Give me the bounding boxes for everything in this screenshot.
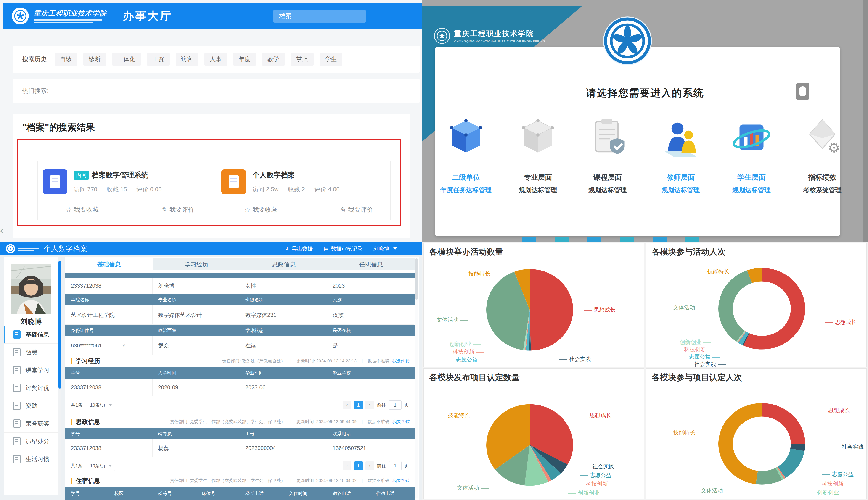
personal-archive-app-icon [221, 169, 246, 194]
people-icon [657, 110, 705, 167]
rate-button[interactable]: ✎我要评价 [340, 205, 373, 214]
doc-icon [13, 455, 21, 463]
chart-label: 志愿公益 [820, 470, 854, 478]
page-size-select[interactable]: 10条/页 [87, 400, 115, 410]
edit-note-icon: ✎ [161, 206, 167, 214]
system-entry-student[interactable]: 学生层面 规划达标管理 [717, 110, 786, 194]
current-page-button[interactable]: 1 [354, 401, 363, 409]
screenshot-root: 重庆工程职业技术学院 办事大厅 档案 搜索历史: 自诊 诊断 一体化 工资 访客… [0, 0, 868, 500]
result-card-archive-system[interactable]: 内网 档案数字管理系统 访问 770 收藏 15 评价 0.00 ☆我要收藏 ✎… [37, 160, 212, 220]
chart-label: 科技创新 [810, 480, 844, 487]
result-title[interactable]: 个人数字档案 [252, 170, 295, 180]
result-title[interactable]: 档案数字管理系统 [92, 170, 148, 180]
chart-label: 文体活动 [673, 304, 707, 311]
history-tag[interactable]: 自诊 [55, 53, 77, 66]
system-entry-course[interactable]: 课程层面 规划达标管理 [573, 110, 642, 194]
chart-label: 文体活动 [701, 487, 734, 494]
sidebar-scroll-thumb[interactable] [58, 261, 61, 389]
prev-page-button[interactable]: ‹ [343, 462, 351, 470]
chart-title: 各模块举办活动数量 [429, 246, 503, 258]
history-tag[interactable]: 一体化 [112, 53, 141, 66]
audit-log-button[interactable]: ▤ 数据审核记录 [324, 245, 362, 252]
archive-tabs: 基础信息 学习经历 思政信息 任职信息 [65, 259, 415, 270]
sidebar-item-class-study[interactable]: 课堂学习 [4, 361, 58, 379]
goto-page-input[interactable]: 1 [389, 400, 402, 410]
history-tag[interactable]: 教学 [262, 53, 285, 66]
result-card-personal-archive[interactable]: 个人数字档案 访问 2.5w 收藏 2 评价 4.00 ☆我要收藏 ✎我要评价 [216, 160, 391, 220]
sidebar-item-payment[interactable]: 缴费 [4, 343, 58, 361]
goto-page-input[interactable]: 1 [389, 461, 402, 470]
school-name-small [18, 246, 39, 251]
favorite-button[interactable]: ☆我要收藏 [65, 205, 99, 214]
page-size-select[interactable]: 10条/页 [87, 461, 115, 471]
tab-position-info[interactable]: 任职信息 [328, 259, 415, 270]
system-entry-kpi[interactable]: ⚙ 指标绩效 考核系统管理 [788, 110, 857, 194]
fix-data-link[interactable]: 我要纠错 [392, 478, 410, 484]
sidebar-item-funding[interactable]: 资助 [4, 397, 58, 415]
chart-label: 志愿公益 [689, 353, 722, 361]
history-tag[interactable]: 人事 [204, 53, 227, 66]
history-tag[interactable]: 工资 [147, 53, 170, 66]
tab-study-history[interactable]: 学习经历 [153, 259, 240, 270]
tab-basic-info[interactable]: 基础信息 [65, 259, 153, 270]
history-tag[interactable]: 年度 [233, 53, 256, 66]
cube-gray-icon [514, 110, 562, 167]
history-tag[interactable]: 学生 [319, 53, 342, 66]
scrollbar[interactable] [863, 0, 868, 242]
school-name-subscript [34, 19, 107, 23]
collapse-chevron-icon[interactable]: ‹ [0, 225, 3, 235]
fix-data-link[interactable]: 我要纠错 [392, 419, 410, 425]
fix-data-link[interactable]: 我要纠错 [392, 358, 410, 364]
chart-label: 思想成长 [582, 306, 616, 314]
user-menu[interactable]: 刘晓博 [373, 245, 397, 252]
rate-button[interactable]: ✎我要评价 [161, 205, 194, 214]
table-header-row: 学号辅导员 工号联系电话 [65, 428, 415, 439]
doc-icon [13, 348, 21, 356]
student-photo [11, 264, 51, 314]
history-tag[interactable]: 诊断 [83, 53, 106, 66]
edit-note-icon: ✎ [340, 206, 345, 214]
chart-label: 创新创业 [805, 489, 839, 496]
clipboard-shield-icon [584, 110, 632, 167]
doc-icon [13, 384, 21, 392]
system-entry-unit[interactable]: 二级单位 年度任务达标管理 [432, 110, 500, 194]
chart-label: 思想成长 [578, 412, 611, 419]
system-entry-major[interactable]: 专业层面 规划达标管理 [504, 110, 572, 194]
school-name: 重庆工程职业技术学院 [34, 9, 107, 18]
search-input[interactable]: 档案 [273, 10, 366, 23]
favorite-button[interactable]: ☆我要收藏 [244, 205, 277, 214]
mobile-icon[interactable] [796, 83, 809, 100]
app-strip-icon [587, 237, 601, 242]
section-dormitory-info: 住宿信息 [71, 477, 100, 485]
archive-header: 个人数字档案 ↧ 导出数据 ▤ 数据审核记录 刘晓博 [0, 242, 422, 255]
sidebar-item-discipline[interactable]: 违纪处分 [4, 432, 58, 451]
prev-page-button[interactable]: ‹ [343, 401, 351, 409]
sidebar-item-basic-info[interactable]: 基础信息 [4, 326, 58, 344]
next-page-button[interactable]: › [365, 401, 374, 409]
chart-label: 社会实践 [557, 355, 591, 363]
history-tag[interactable]: 访客 [176, 53, 199, 66]
chart-swirl-icon [728, 110, 776, 167]
export-data-button[interactable]: ↧ 导出数据 [285, 245, 313, 252]
chevron-down-icon [109, 465, 112, 467]
sidebar-item-honors[interactable]: 荣誉获奖 [4, 414, 58, 433]
chart-label: 技能特长 [708, 268, 741, 275]
chart-label: 科技创新 [452, 348, 486, 355]
school-seal-icon [434, 28, 450, 44]
hot-search-panel: 热门搜索: [13, 79, 420, 103]
cube-blue-icon [442, 110, 490, 167]
sidebar-item-living-habits[interactable]: 生活习惯 [4, 450, 58, 468]
school-seal-icon [6, 244, 15, 253]
system-entry-teacher[interactable]: 教师层面 规划达标管理 [646, 110, 715, 194]
history-tag[interactable]: 掌上 [291, 53, 314, 66]
sidebar-item-awards-review[interactable]: 评奖评优 [4, 379, 58, 397]
tab-political-info[interactable]: 思政信息 [240, 259, 328, 270]
current-page-button[interactable]: 1 [354, 462, 363, 470]
section-bar [71, 419, 72, 425]
main-scroll-thumb[interactable] [415, 259, 418, 299]
donut-chart [716, 266, 808, 352]
chevron-down-icon[interactable]: ˅ [122, 343, 125, 348]
charts-quadrant: 各模块举办活动数量 技能特长 思想成长 文体活动 创新创业 科技创新 志愿公益 … [422, 242, 868, 500]
next-page-button[interactable]: › [365, 462, 374, 470]
personal-archive-quadrant: 个人数字档案 ↧ 导出数据 ▤ 数据审核记录 刘晓博 [0, 242, 422, 500]
